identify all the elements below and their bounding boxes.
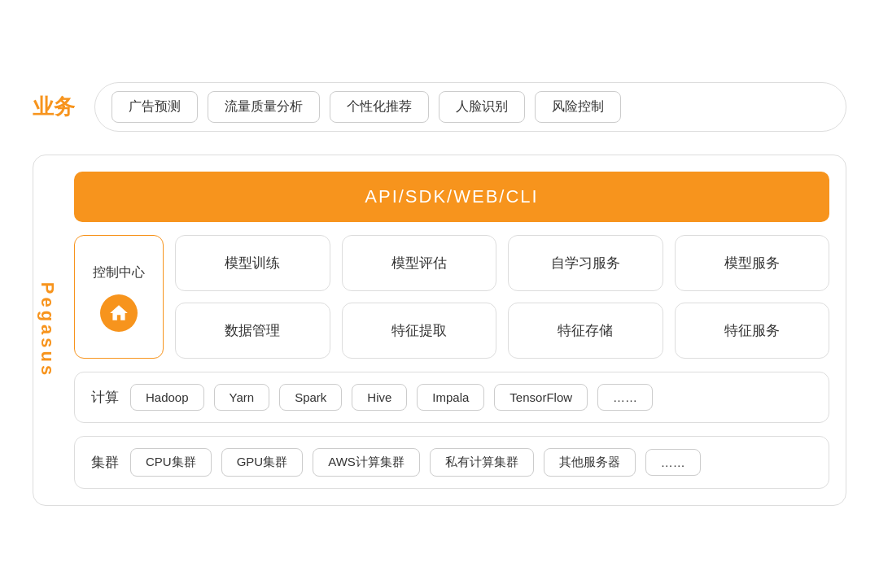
module-item: 模型评估 [342, 235, 497, 291]
middle-section: 控制中心 模型训练模型评估自学习服务模型服务数据管理特征提取特征存储特征服务 [74, 235, 829, 359]
module-item: 模型服务 [675, 235, 830, 291]
main-container: 业务 广告预测流量质量分析个性化推荐人脸识别风险控制 Pegasus API/S… [33, 63, 846, 525]
control-center: 控制中心 [74, 235, 164, 359]
home-icon [108, 303, 129, 324]
module-item: 数据管理 [175, 303, 330, 359]
home-icon-circle [100, 294, 138, 332]
api-bar: API/SDK/WEB/CLI [74, 172, 829, 222]
compute-label: 计算 [91, 388, 120, 407]
compute-item: Impala [417, 384, 484, 411]
business-item: 广告预测 [112, 91, 198, 123]
business-item: 风险控制 [535, 91, 621, 123]
business-item: 个性化推荐 [330, 91, 429, 123]
pegasus-label: Pegasus [32, 282, 63, 379]
cluster-row: 集群 CPU集群GPU集群AWS计算集群私有计算集群其他服务器…… [74, 436, 829, 489]
module-item: 特征提取 [342, 303, 497, 359]
module-item: 特征服务 [675, 303, 830, 359]
control-center-label: 控制中心 [93, 262, 145, 283]
cluster-item: CPU集群 [130, 448, 212, 477]
compute-item: TensorFlow [494, 384, 588, 411]
cluster-item: GPU集群 [221, 448, 304, 477]
business-item: 人脸识别 [439, 91, 525, 123]
business-items-wrapper: 广告预测流量质量分析个性化推荐人脸识别风险控制 [94, 82, 846, 132]
modules-grid: 模型训练模型评估自学习服务模型服务数据管理特征提取特征存储特征服务 [175, 235, 829, 359]
pegasus-outer: Pegasus API/SDK/WEB/CLI 控制中心 [33, 155, 846, 506]
compute-item: Yarn [214, 384, 270, 411]
pegasus-content: API/SDK/WEB/CLI 控制中心 模型训练模型评估自学习服务模型服务数据… [74, 172, 829, 489]
cluster-item: …… [645, 449, 701, 476]
module-item: 特征存储 [508, 303, 663, 359]
cluster-item: 私有计算集群 [430, 448, 534, 477]
module-item: 模型训练 [175, 235, 330, 291]
cluster-label: 集群 [91, 453, 120, 472]
compute-item: Hadoop [130, 384, 204, 411]
compute-row: 计算 HadoopYarnSparkHiveImpalaTensorFlow…… [74, 372, 829, 423]
compute-item: …… [597, 384, 653, 411]
compute-item: Spark [279, 384, 342, 411]
business-row: 业务 广告预测流量质量分析个性化推荐人脸识别风险控制 [33, 82, 846, 132]
compute-item: Hive [352, 384, 407, 411]
module-item: 自学习服务 [508, 235, 663, 291]
cluster-item: AWS计算集群 [313, 448, 420, 477]
cluster-item: 其他服务器 [544, 448, 636, 477]
business-label: 业务 [33, 93, 81, 121]
business-item: 流量质量分析 [208, 91, 320, 123]
